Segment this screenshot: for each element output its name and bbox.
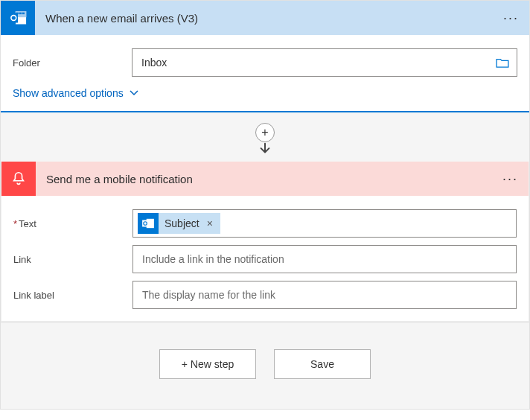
new-step-button[interactable]: + New step bbox=[159, 349, 256, 379]
folder-input[interactable] bbox=[140, 56, 496, 69]
show-advanced-options-link[interactable]: Show advanced options bbox=[13, 84, 138, 101]
svg-rect-4 bbox=[22, 13, 25, 14]
svg-rect-3 bbox=[19, 13, 22, 14]
text-label: Text bbox=[13, 218, 132, 229]
trigger-title: When a new email arrives (V3) bbox=[45, 12, 493, 25]
action-header[interactable]: Send me a mobile notification ··· bbox=[1, 162, 529, 196]
action-card: Send me a mobile notification ··· Text bbox=[1, 162, 529, 322]
more-menu-icon[interactable]: ··· bbox=[502, 171, 518, 187]
notification-icon bbox=[1, 162, 36, 196]
insert-step-button[interactable]: + bbox=[255, 123, 275, 142]
outlook-icon bbox=[1, 1, 35, 35]
dynamic-content-token[interactable]: Subject × bbox=[138, 213, 220, 234]
text-field[interactable]: Subject × bbox=[132, 209, 517, 238]
folder-picker-icon[interactable] bbox=[496, 57, 509, 68]
folder-input-wrap[interactable] bbox=[132, 48, 517, 77]
connector-zone: + Send me a mobile notification ··· Text bbox=[1, 112, 529, 409]
link-label: Link bbox=[13, 254, 132, 265]
trigger-card: When a new email arrives (V3) ··· Folder… bbox=[1, 1, 529, 112]
token-remove-icon[interactable]: × bbox=[205, 217, 214, 229]
save-button[interactable]: Save bbox=[274, 349, 371, 379]
action-title: Send me a mobile notification bbox=[46, 173, 492, 185]
chevron-down-icon bbox=[130, 89, 138, 98]
link-input-wrap[interactable] bbox=[132, 245, 517, 273]
link-input[interactable] bbox=[141, 252, 508, 266]
more-menu-icon[interactable]: ··· bbox=[503, 10, 519, 26]
show-advanced-options-label: Show advanced options bbox=[13, 87, 124, 99]
link-label-input-wrap[interactable] bbox=[132, 281, 517, 309]
footer-actions: + New step Save bbox=[1, 322, 529, 409]
arrow-down-icon bbox=[258, 142, 272, 156]
link-label-input[interactable] bbox=[141, 288, 508, 302]
token-label: Subject bbox=[165, 217, 199, 229]
folder-label: Folder bbox=[13, 57, 132, 69]
link-label-label: Link label bbox=[13, 290, 132, 301]
outlook-icon bbox=[138, 213, 159, 234]
trigger-header[interactable]: When a new email arrives (V3) ··· bbox=[1, 1, 529, 35]
